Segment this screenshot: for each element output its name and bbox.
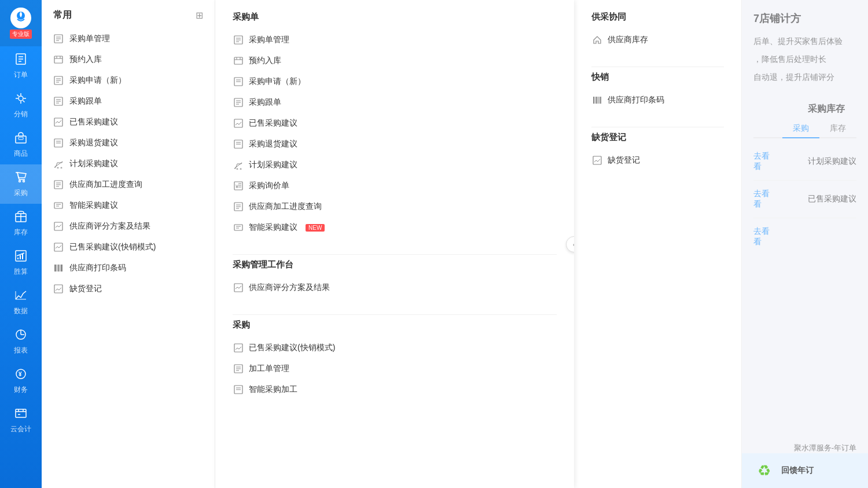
inventory-icon [14,210,27,225]
menu-icon-barcode [53,263,64,273]
store-link-3[interactable]: 去看看 [753,226,777,247]
divider-4 [591,127,724,127]
tab-purchase[interactable]: 采购 [782,120,819,138]
section-title-supply: 供采协同 [591,12,724,23]
di-label-return-suggest: 采购退货建议 [249,139,297,149]
recycle-icon: ♻ [753,460,774,481]
menu-item-print-barcode[interactable]: 供应商打印条码 [42,258,215,278]
dropdown-item-supplier-barcode[interactable]: 供应商打印条码 [591,90,724,111]
svg-point-55 [61,167,62,168]
menu-label-1: 预约入库 [69,54,102,65]
svg-point-91 [240,168,241,170]
di-label-supplier-barcode: 供应商打印条码 [608,95,664,105]
menu-item-sold-suggest[interactable]: 已售采购建议 [42,112,215,133]
dropdown-item-plan-suggest[interactable]: 计划采购建议 [233,155,557,175]
menu-item-purchase-mgmt[interactable]: 采购单管理 [42,28,215,49]
bg-point-3: 自动退，提升店铺评分 [753,68,856,86]
dropdown-item-inquiry[interactable]: ¥ 采购询价单 [233,175,557,196]
menu-icon-prebook [53,54,64,65]
svg-rect-118 [600,97,601,104]
dropdown-item-supplier-progress[interactable]: 供应商加工进度查询 [233,196,557,217]
sidebar-item-purchase[interactable]: 采购 [0,164,42,204]
di-icon-barcode [591,94,603,106]
store-row-2: 去看看 已售采购建议 [753,181,856,218]
dropdown-item-smart-process[interactable]: 智能采购加工 [233,379,557,400]
menu-icon-plan [53,159,64,169]
di-label-purchase-mgmt: 采购单管理 [249,35,289,45]
svg-rect-65 [54,265,56,271]
dropdown-item-apply-new[interactable]: 采购申请（新） [233,71,557,92]
menu-icon-purchase-mgmt [53,34,64,44]
section-shortage: 缺货登记 缺货登记 [574,132,741,182]
bg-title: 7店铺计方 [753,12,856,25]
bg-point-2: ，降低售后处理时长 [753,50,856,68]
dropdown-item-supplier-score[interactable]: 供应商评分方案及结果 [233,277,557,298]
di-label-prebook: 预约入库 [249,56,281,66]
purchase-store-header: 采购库存 [753,103,856,115]
svg-rect-101 [234,225,242,230]
dropdown-item-supplier-inv[interactable]: 供应商库存 [591,30,724,50]
menu-icon-score [53,221,64,232]
svg-line-11 [23,100,25,102]
menu-item-purchase-apply[interactable]: 采购申请（新） [42,70,215,91]
dropdown-item-prebook[interactable]: 预约入库 [233,50,557,71]
new-badge: NEW [306,224,325,232]
menu-icon-sold [53,117,64,127]
dropdown-item-smart-suggest[interactable]: 智能采购建议 NEW [233,217,557,238]
menu-item-sold-fast[interactable]: 已售采购建议(快销模式) [42,237,215,258]
sidebar-item-finance[interactable]: ¥ 财务 [0,361,42,401]
menu-item-purchase-track[interactable]: 采购跟单 [42,91,215,112]
dropdown-item-shortage-reg[interactable]: 缺货登记 [591,150,724,171]
products-icon [14,131,27,146]
di-icon-score [233,282,244,293]
svg-text:¥: ¥ [235,184,239,189]
distribution-icon [14,92,27,107]
menu-item-shortage[interactable]: 缺货登记 [42,278,215,299]
menu-label-2: 采购申请（新） [69,75,126,86]
svg-rect-31 [16,409,26,417]
section-quicksale: 快销 供应商打印条码 [574,72,741,122]
menu-label-8: 智能采购建议 [69,200,118,211]
store-link-2[interactable]: 去看看 [753,189,777,210]
sidebar-item-products[interactable]: 商品 [0,125,42,164]
menu-item-return-suggest[interactable]: 采购退货建议 [42,133,215,153]
dropdown-item-return-suggest[interactable]: 采购退货建议 [233,134,557,155]
menu-item-supplier-progress[interactable]: 供应商加工进度查询 [42,174,215,195]
di-icon-process [233,363,244,375]
dropdown-item-purchase-mgmt[interactable]: 采购单管理 [233,30,557,50]
di-icon-3 [233,76,244,87]
bg-content: 7店铺计方 后单、提升买家售后体验 ，降低售后处理时长 自动退，提升店铺评分 采… [742,0,868,267]
dropdown-item-process-order[interactable]: 加工单管理 [233,358,557,379]
dropdown-item-sold-suggest[interactable]: 已售采购建议 [233,113,557,134]
di-icon-5 [233,118,244,129]
svg-rect-68 [60,265,60,271]
sidebar-item-settlement[interactable]: 胜算 [0,243,42,282]
section-title-mgmt: 采购管理工作台 [233,259,557,270]
menu-item-prebook[interactable]: 预约入库 [42,49,215,70]
menu-icon-progress [53,179,64,190]
menu-item-smart-suggest[interactable]: 智能采购建议 [42,195,215,216]
tab-inventory[interactable]: 库存 [819,120,856,138]
di-label-shortage-reg: 缺货登记 [608,155,640,166]
menu-item-supplier-score[interactable]: 供应商评分方案及结果 [42,216,215,237]
section-title-quicksale: 快销 [591,72,724,83]
sidebar-item-cloud[interactable]: 云会计 [0,401,42,440]
sidebar-item-data[interactable]: 数据 [0,282,42,322]
panel-settings-icon[interactable]: ⊞ [196,10,203,21]
dropdown-item-sold-fast[interactable]: 已售采购建议(快销模式) [233,337,557,358]
sidebar-item-reports[interactable]: 报表 [0,322,42,361]
sidebar-item-orders[interactable]: 订单 [0,46,42,86]
svg-point-15 [23,180,25,182]
footer-service: 聚水潭服务-年订单 [794,443,856,453]
di-label-supplier-inv: 供应商库存 [608,35,648,45]
di-label-plan-suggest: 计划采购建议 [249,160,297,170]
menu-label-6: 计划采购建议 [69,159,118,169]
di-icon-1 [233,34,244,46]
sidebar-item-distribution[interactable]: 分销 [0,86,42,125]
store-link-1[interactable]: 去看看 [753,151,777,172]
sidebar-item-inventory[interactable]: 库存 [0,204,42,243]
menu-item-plan-suggest[interactable]: 计划采购建议 [42,153,215,174]
di-label-apply-new: 采购申请（新） [249,76,306,87]
menu-label-7: 供应商加工进度查询 [69,179,142,190]
dropdown-item-track[interactable]: 采购跟单 [233,92,557,113]
